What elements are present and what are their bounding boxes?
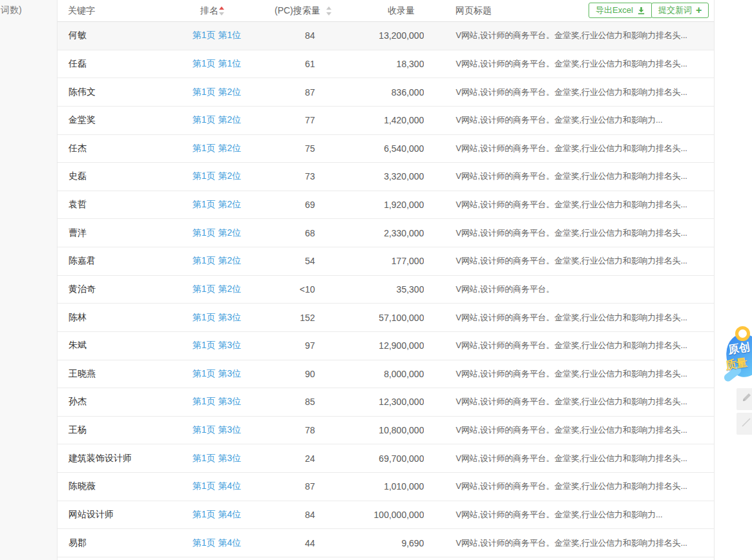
title-cell: V网站,设计师的商务平台。金堂奖,行业公信力和影响力排名头...: [455, 368, 714, 380]
indexed-cell: 1,010,000: [315, 481, 424, 492]
pc-search-cell: 90: [259, 369, 315, 379]
rank-cell: 第1页 第4位: [182, 481, 259, 492]
rank-link[interactable]: 第1页 第2位: [193, 143, 241, 153]
title-cell: V网站,设计师的商务平台。金堂奖,行业公信力和影响力排名头...: [455, 312, 714, 324]
rank-cell: 第1页 第4位: [182, 537, 259, 549]
plus-icon: +: [696, 5, 702, 16]
table-body: 何敏 第1页 第1位 84 13,200,000 V网站,设计师的商务平台。金堂…: [57, 22, 714, 557]
keyword-cell: 陈嘉君: [57, 255, 182, 267]
table-row: 黄治奇 第1页 第2位 <10 35,300 V网站,设计师的商务平台。: [57, 276, 714, 304]
rank-cell: 第1页 第1位: [182, 30, 259, 41]
seo-rank-page: 词数) 关键字 排名 (PC)搜索量 收录量 网页标题 导出Excel: [0, 0, 752, 560]
keyword-cell: 孙杰: [57, 396, 182, 408]
table-row: 易郡 第1页 第4位 44 9,690 V网站,设计师的商务平台。金堂奖,行业公…: [57, 529, 714, 557]
indexed-cell: 9,690: [315, 538, 424, 548]
title-cell: V网站,设计师的商务平台。金堂奖,行业公信力和影响力排名头...: [455, 481, 714, 492]
rank-cell: 第1页 第2位: [182, 171, 259, 182]
rank-link[interactable]: 第1页 第1位: [193, 30, 241, 40]
title-cell: V网站,设计师的商务平台。金堂奖,行业公信力和影响力排名头...: [455, 424, 714, 436]
indexed-cell: 12,900,000: [315, 340, 424, 351]
indexed-cell: 836,000: [315, 87, 424, 98]
indexed-cell: 69,700,000: [315, 453, 424, 464]
rank-cell: 第1页 第2位: [182, 199, 259, 211]
rank-link[interactable]: 第1页 第3位: [193, 424, 241, 435]
keyword-cell: 陈林: [57, 312, 182, 324]
pc-search-cell: <10: [259, 284, 315, 295]
keyword-rank-table: 关键字 排名 (PC)搜索量 收录量 网页标题 导出Excel 提交新词 +: [57, 0, 714, 560]
title-cell: V网站,设计师的商务平台。金堂奖,行业公信力和影响力排名头...: [455, 255, 714, 267]
rank-link[interactable]: 第1页 第2位: [193, 87, 241, 97]
indexed-cell: 35,300: [315, 284, 424, 295]
table-row: 史磊 第1页 第2位 73 3,320,000 V网站,设计师的商务平台。金堂奖…: [57, 163, 714, 191]
rank-link[interactable]: 第1页 第4位: [193, 481, 241, 491]
table-row: 曹洋 第1页 第2位 68 2,330,000 V网站,设计师的商务平台。金堂奖…: [57, 219, 714, 247]
table-row: 陈伟文 第1页 第2位 87 836,000 V网站,设计师的商务平台。金堂奖,…: [57, 78, 714, 107]
keyword-cell: 曹洋: [57, 227, 182, 239]
rank-link[interactable]: 第1页 第3位: [193, 312, 241, 322]
keyword-cell: 任杰: [57, 143, 182, 154]
table-row: 王杨 第1页 第3位 78 10,800,000 V网站,设计师的商务平台。金堂…: [57, 417, 714, 445]
rank-link[interactable]: 第1页 第1位: [193, 58, 241, 68]
rank-cell: 第1页 第3位: [182, 396, 259, 408]
floating-edit-line-button[interactable]: [736, 413, 752, 435]
pc-search-cell: 73: [259, 171, 315, 181]
title-cell: V网站,设计师的商务平台。金堂奖,行业公信力和影响力排名头...: [455, 30, 714, 41]
pc-search-cell: 77: [259, 115, 315, 125]
pencil-icon: [740, 417, 752, 431]
title-cell: V网站,设计师的商务平台。金堂奖,行业公信力和影响力...: [455, 509, 714, 521]
indexed-cell: 100,000,000: [315, 510, 424, 520]
rank-link[interactable]: 第1页 第3位: [193, 453, 241, 463]
floating-edit-button[interactable]: [736, 388, 752, 410]
table-right-border: [714, 0, 715, 560]
title-cell: V网站,设计师的商务平台。金堂奖,行业公信力和影响力排名头...: [455, 58, 714, 70]
table-row: 建筑装饰设计师 第1页 第3位 24 69,700,000 V网站,设计师的商务…: [57, 444, 714, 473]
rank-cell: 第1页 第2位: [182, 114, 259, 126]
col-header-rank: 排名: [200, 5, 218, 17]
rank-link[interactable]: 第1页 第2位: [193, 114, 241, 125]
keyword-cell: 任磊: [57, 58, 182, 70]
pc-search-cell: 24: [259, 453, 315, 464]
title-cell: V网站,设计师的商务平台。金堂奖,行业公信力和影响力排名头...: [455, 171, 714, 182]
title-cell: V网站,设计师的商务平台。金堂奖,行业公信力和影响力排名头...: [455, 537, 714, 549]
keyword-cell: 建筑装饰设计师: [57, 453, 182, 464]
export-excel-button[interactable]: 导出Excel: [589, 3, 653, 18]
pc-search-cell: 87: [259, 87, 315, 98]
pc-search-cell: 68: [259, 228, 315, 238]
title-cell: V网站,设计师的商务平台。金堂奖,行业公信力和影响力排名头...: [455, 87, 714, 98]
pc-search-cell: 152: [259, 313, 315, 323]
rank-cell: 第1页 第3位: [182, 312, 259, 324]
pc-search-cell: 61: [259, 59, 315, 69]
title-cell: V网站,设计师的商务平台。金堂奖,行业公信力和影响力排名头...: [455, 453, 714, 464]
rank-link[interactable]: 第1页 第2位: [193, 199, 241, 209]
pc-search-cell: 69: [259, 200, 315, 210]
rank-link[interactable]: 第1页 第2位: [193, 171, 241, 181]
rank-sort-arrows-icon[interactable]: [219, 6, 224, 16]
col-header-pc-search: (PC)搜索量: [275, 5, 320, 17]
table-row: 陈林 第1页 第3位 152 57,100,000 V网站,设计师的商务平台。金…: [57, 304, 714, 332]
rank-link[interactable]: 第1页 第4位: [193, 509, 241, 519]
rank-link[interactable]: 第1页 第2位: [193, 227, 241, 238]
rank-link[interactable]: 第1页 第3位: [193, 340, 241, 350]
rank-link[interactable]: 第1页 第3位: [193, 368, 241, 379]
badge-ring-icon: [735, 326, 750, 341]
table-row: 任磊 第1页 第1位 61 18,300 V网站,设计师的商务平台。金堂奖,行业…: [57, 50, 714, 79]
rank-link[interactable]: 第1页 第3位: [193, 396, 241, 406]
indexed-cell: 177,000: [315, 256, 424, 266]
indexed-cell: 8,000,000: [315, 369, 424, 379]
rank-cell: 第1页 第3位: [182, 368, 259, 380]
submit-new-word-button[interactable]: 提交新词 +: [651, 3, 709, 18]
indexed-cell: 1,420,000: [315, 115, 424, 125]
rank-link[interactable]: 第1页 第2位: [193, 255, 241, 265]
rank-link[interactable]: 第1页 第2位: [193, 284, 241, 294]
indexed-cell: 2,330,000: [315, 228, 424, 238]
indexed-cell: 18,300: [315, 59, 424, 69]
rank-link[interactable]: 第1页 第4位: [193, 537, 241, 548]
title-cell: V网站,设计师的商务平台。金堂奖,行业公信力和影响力排名头...: [455, 227, 714, 239]
pc-search-cell: 54: [259, 256, 315, 266]
pc-search-cell: 84: [259, 30, 315, 41]
title-cell: V网站,设计师的商务平台。金堂奖,行业公信力和影响力...: [455, 114, 714, 126]
quality-promo-badge[interactable]: 原创 质量: [725, 326, 752, 391]
title-cell: V网站,设计师的商务平台。金堂奖,行业公信力和影响力排名头...: [455, 143, 714, 154]
col-header-keyword: 关键字: [68, 5, 95, 17]
pc-search-sort-arrows-icon[interactable]: [326, 6, 331, 16]
